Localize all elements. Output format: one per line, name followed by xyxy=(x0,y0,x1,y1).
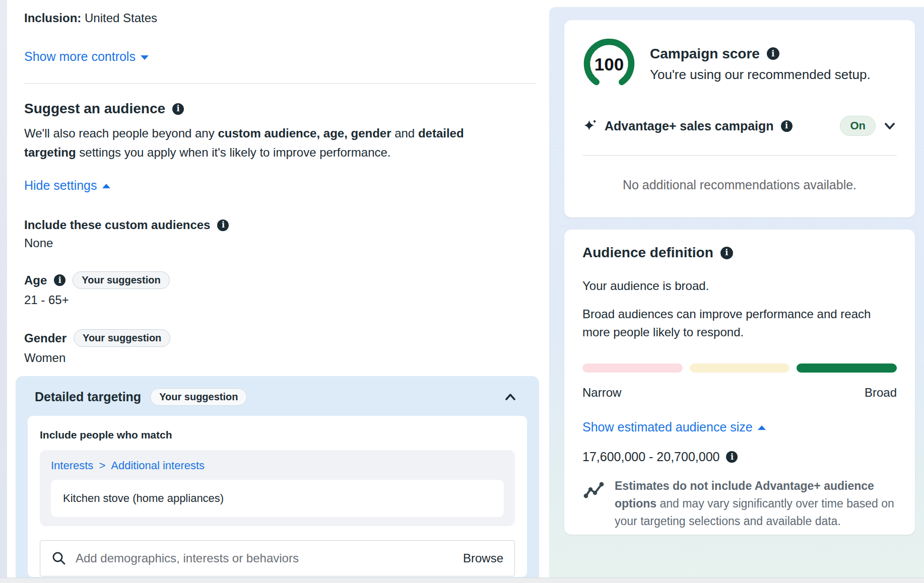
audience-size-range: 17,600,000 - 20,700,000 xyxy=(582,450,719,464)
gender-suggestion-badge: Your suggestion xyxy=(74,329,170,347)
hide-settings-label: Hide settings xyxy=(24,178,97,193)
targeting-editor-card: Include people who match Interests > Add… xyxy=(28,416,527,577)
location-inclusion: Inclusion: United States xyxy=(24,11,549,25)
info-icon[interactable]: i xyxy=(726,451,738,463)
detailed-targeting-header: Detailed targeting Your suggestion xyxy=(28,388,527,406)
meter-scale-labels: Narrow Broad xyxy=(582,386,897,400)
section-divider xyxy=(24,83,536,84)
audience-definition-card: Audience definition i Your audience is b… xyxy=(564,230,915,535)
left-scroll-rail[interactable] xyxy=(0,0,7,583)
inclusion-value: United States xyxy=(81,11,157,25)
campaign-score-subtitle: You're using our recommended setup. xyxy=(650,67,871,83)
info-icon[interactable]: i xyxy=(217,220,229,231)
hide-settings-link[interactable]: Hide settings xyxy=(24,178,110,193)
breadcrumb: Interests > Additional interests xyxy=(51,459,504,472)
audience-settings-panel: Inclusion: United States Show more contr… xyxy=(7,0,549,583)
show-more-controls-link[interactable]: Show more controls xyxy=(24,49,149,64)
include-people-label: Include people who match xyxy=(40,429,515,441)
card-divider xyxy=(582,155,897,156)
detailed-targeting-suggestion-badge: Your suggestion xyxy=(150,388,247,406)
show-more-controls-label: Show more controls xyxy=(24,49,136,64)
custom-audiences-label: Include these custom audiences xyxy=(24,218,210,232)
age-label: Age xyxy=(24,273,47,287)
custom-audiences-heading: Include these custom audiences i xyxy=(24,218,549,232)
audience-definition-title: Audience definition xyxy=(582,245,713,261)
audience-status-text: Your audience is broad. xyxy=(582,279,897,293)
campaign-score-text: Campaign score i You're using our recomm… xyxy=(650,46,871,83)
description-bold: custom audience, age, gender xyxy=(218,126,391,140)
description-text: settings you apply when it's likely to i… xyxy=(76,145,391,159)
score-value: 100 xyxy=(595,54,624,74)
info-icon[interactable]: i xyxy=(720,247,733,259)
estimates-note-rest: and may vary significantly over time bas… xyxy=(615,497,894,528)
chevron-up-icon xyxy=(102,184,110,188)
estimated-audience-size: 17,600,000 - 20,700,000 i xyxy=(582,450,897,464)
audience-definition-heading: Audience definition i xyxy=(582,245,897,261)
bottom-panel-edge xyxy=(0,577,924,583)
show-audience-size-link[interactable]: Show estimated audience size xyxy=(582,420,766,434)
selected-targeting-group: Interests > Additional interests Kitchen… xyxy=(40,450,515,526)
breadcrumb-interests-link[interactable]: Interests xyxy=(51,459,93,472)
description-text: and xyxy=(391,126,418,140)
collapse-chevron-icon[interactable] xyxy=(504,391,517,403)
info-icon[interactable]: i xyxy=(767,47,779,60)
recommendations-panel: 100 Campaign score i You're using our re… xyxy=(549,7,924,583)
suggest-audience-description: We'll also reach people beyond any custo… xyxy=(24,124,468,162)
no-recommendations-text: No additional recommendations available. xyxy=(582,178,897,192)
age-suggestion-badge: Your suggestion xyxy=(73,271,169,289)
estimates-note: Estimates do not include Advantage+ audi… xyxy=(582,477,897,530)
search-icon xyxy=(51,551,67,566)
advantage-campaign-label: Advantage+ sales campaign xyxy=(605,119,774,133)
detailed-targeting-section: Detailed targeting Your suggestion Inclu… xyxy=(16,376,539,577)
detailed-targeting-title: Detailed targeting xyxy=(35,390,141,404)
description-bold: targeting xyxy=(24,145,76,159)
campaign-score-heading: Campaign score i xyxy=(650,46,871,62)
meter-segment-middle xyxy=(690,363,790,373)
selected-interest-item[interactable]: Kitchen stove (home appliances) xyxy=(51,480,504,517)
breadcrumb-additional-interests-link[interactable]: Additional interests xyxy=(111,459,205,472)
gender-value: Women xyxy=(24,351,549,365)
targeting-search-input[interactable] xyxy=(75,551,455,566)
age-heading: Age i Your suggestion xyxy=(24,271,549,289)
scale-broad-label: Broad xyxy=(865,386,897,400)
chevron-up-icon xyxy=(758,425,766,430)
estimates-note-text: Estimates do not include Advantage+ audi… xyxy=(615,477,897,530)
show-audience-size-label: Show estimated audience size xyxy=(582,420,753,434)
description-text: We'll also reach people beyond any xyxy=(24,126,218,140)
suggest-audience-title: Suggest an audience xyxy=(24,101,165,117)
description-bold: detailed xyxy=(418,126,464,140)
breadcrumb-separator: > xyxy=(99,459,105,472)
audience-description-text: Broad audiences can improve performance … xyxy=(582,305,885,341)
custom-audiences-value: None xyxy=(24,236,549,250)
info-icon[interactable]: i xyxy=(54,274,65,286)
browse-button[interactable]: Browse xyxy=(463,551,503,565)
campaign-score-row: 100 Campaign score i You're using our re… xyxy=(582,37,897,91)
targeting-search-bar: Browse xyxy=(40,540,515,576)
sparkle-icon xyxy=(582,118,598,133)
info-icon[interactable]: i xyxy=(172,103,184,115)
advantage-campaign-row: Advantage+ sales campaign i On xyxy=(582,116,897,136)
gender-label: Gender xyxy=(24,331,67,345)
suggest-audience-heading: Suggest an audience i xyxy=(24,101,549,117)
score-gauge: 100 xyxy=(582,37,636,91)
meter-segment-broad xyxy=(797,363,897,373)
age-value: 21 - 65+ xyxy=(24,293,549,307)
scale-narrow-label: Narrow xyxy=(582,386,621,400)
campaign-score-card: 100 Campaign score i You're using our re… xyxy=(564,20,915,217)
info-icon[interactable]: i xyxy=(781,120,793,132)
audience-breadth-meter xyxy=(582,363,897,373)
chevron-down-icon xyxy=(141,55,149,60)
gender-heading: Gender Your suggestion xyxy=(24,329,549,347)
chevron-down-icon[interactable] xyxy=(883,119,897,132)
advantage-status-badge[interactable]: On xyxy=(840,116,876,136)
campaign-score-title: Campaign score xyxy=(650,46,760,62)
inclusion-label: Inclusion: xyxy=(24,11,81,25)
meter-segment-narrow xyxy=(582,363,683,373)
trend-chart-icon xyxy=(582,478,606,530)
